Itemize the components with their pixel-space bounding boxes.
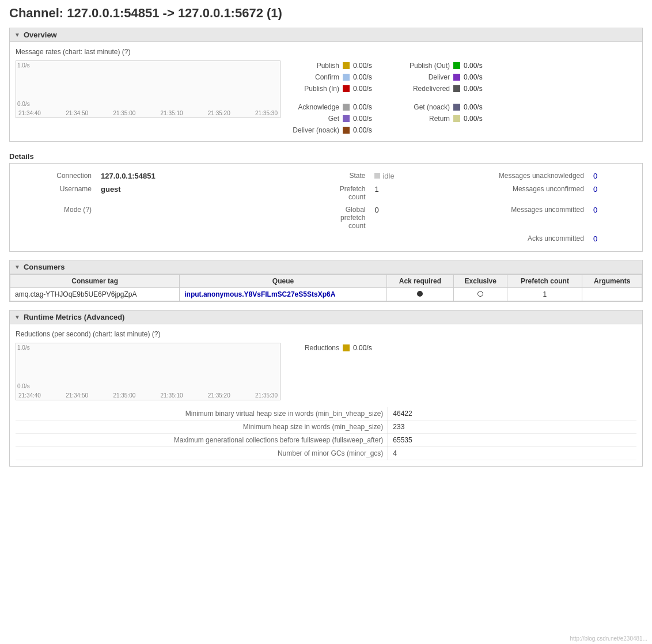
rate-publish-in: Publish (In) 0.00/s xyxy=(287,84,381,94)
rate-deliver-noack-label: Deliver (noack) xyxy=(287,126,339,134)
rate-get: Get 0.00/s xyxy=(287,113,381,124)
rate-deliver-noack-color xyxy=(343,127,350,134)
consumer-exclusive-cell xyxy=(454,288,507,301)
list-item: Number of minor GCs (minor_gcs) 4 xyxy=(16,447,636,460)
rm-label-2: Maximum generational collections before … xyxy=(16,434,388,447)
consumer-ack-required-cell xyxy=(386,288,453,301)
reductions-value: 0.00/s xyxy=(353,344,381,352)
rate-publish-out-label: Publish (Out) xyxy=(398,62,450,70)
rm-value-2: 65535 xyxy=(388,434,636,447)
prefetch-value: 1 xyxy=(370,183,473,203)
rate-deliver-value: 0.00/s xyxy=(464,73,491,81)
rm-value-3: 4 xyxy=(388,447,636,460)
rate-publish-in-value: 0.00/s xyxy=(353,85,381,93)
rate-redelivered-value: 0.00/s xyxy=(464,85,491,93)
reductions-color xyxy=(343,344,350,351)
table-row: amq.ctag-YTHJOqE9b5UE6PV6jpgZpA input.an… xyxy=(10,288,642,301)
r-xtick-1: 21:34:50 xyxy=(66,392,88,399)
r-xtick-2: 21:35:00 xyxy=(113,392,135,399)
details-section: Details Connection 127.0.0.1:54851 State… xyxy=(9,150,643,252)
rate-confirm-value: 0.00/s xyxy=(353,73,381,81)
message-rates-chart: 1.0/s 0.0/s 21:34:40 21:34:50 21:35:00 2… xyxy=(16,60,280,118)
col-queue: Queue xyxy=(180,275,386,288)
reductions-ymin: 0.0/s xyxy=(17,383,30,389)
consumers-section: ▼ Consumers Consumer tag Queue Ack requi… xyxy=(9,260,643,302)
col-exclusive: Exclusive xyxy=(454,275,507,288)
rate-publish-out-color xyxy=(453,62,460,69)
reductions-title: Reductions (per second) (chart: last min… xyxy=(16,330,636,338)
rate-publish-in-label: Publish (In) xyxy=(287,85,339,93)
rate-redelivered: Redelivered 0.00/s xyxy=(398,84,491,94)
consumers-header[interactable]: ▼ Consumers xyxy=(9,260,643,274)
state-value: idle xyxy=(370,169,473,183)
consumer-arguments-cell xyxy=(582,288,642,301)
rate-confirm: Confirm 0.00/s xyxy=(287,72,381,82)
rate-deliver-noack: Deliver (noack) 0.00/s xyxy=(287,125,381,135)
acks-uncommitted-value: 0 xyxy=(589,232,636,245)
rm-label-3: Number of minor GCs (minor_gcs) xyxy=(16,447,388,460)
rate-get-noack-label: Get (noack) xyxy=(398,103,450,111)
global-prefetch-value: 0 xyxy=(370,203,473,232)
ack-required-dot xyxy=(417,291,423,297)
runtime-metrics-header[interactable]: ▼ Runtime Metrics (Advanced) xyxy=(9,310,643,324)
details-row-connection: Connection 127.0.0.1:54851 State idle Me… xyxy=(16,169,636,183)
rate-get-noack-value: 0.00/s xyxy=(464,103,491,111)
rates-layout: 1.0/s 0.0/s 21:34:40 21:34:50 21:35:00 2… xyxy=(16,60,636,135)
rate-confirm-label: Confirm xyxy=(287,73,339,81)
overview-section: ▼ Overview Message rates (chart: last mi… xyxy=(9,28,643,142)
rate-deliver-label: Deliver xyxy=(398,73,450,81)
rate-acknowledge-value: 0.00/s xyxy=(353,103,381,111)
rate-publish-out-value: 0.00/s xyxy=(464,62,491,70)
rate-get-color xyxy=(343,115,350,122)
overview-arrow: ▼ xyxy=(14,32,20,38)
xtick-0: 21:34:40 xyxy=(18,110,41,116)
overview-header[interactable]: ▼ Overview xyxy=(9,28,643,42)
rates-panel: Publish 0.00/s Confirm 0.00/s Publish (I… xyxy=(287,60,636,135)
overview-body: Message rates (chart: last minute) (?) 1… xyxy=(9,42,643,142)
rate-deliver-noack-value: 0.00/s xyxy=(353,126,381,134)
username-value: guest xyxy=(96,183,324,203)
rate-get-value: 0.00/s xyxy=(353,115,381,123)
msg-unconfirmed-label: Messages unconfirmed xyxy=(473,183,589,203)
state-text: idle xyxy=(382,172,394,180)
xtick-2: 21:35:00 xyxy=(113,110,135,116)
consumer-prefetch-cell: 1 xyxy=(507,288,582,301)
acks-uncommitted-label: Acks uncommitted xyxy=(473,232,589,245)
rate-deliver-color xyxy=(453,74,460,81)
msg-uncommitted-value: 0 xyxy=(589,203,636,232)
rate-get-noack-color xyxy=(453,104,460,111)
r-xtick-3: 21:35:10 xyxy=(161,392,183,399)
rate-publish-out: Publish (Out) 0.00/s xyxy=(398,60,491,71)
runtime-metrics-table: Minimum binary virtual heap size in word… xyxy=(16,407,636,460)
r-xtick-4: 21:35:20 xyxy=(208,392,230,399)
details-header: Details xyxy=(9,150,643,164)
rm-value-0: 46422 xyxy=(388,407,636,421)
reductions-label: Reductions xyxy=(287,344,339,352)
details-body: Connection 127.0.0.1:54851 State idle Me… xyxy=(9,164,643,252)
runtime-metrics-body: Reductions (per second) (chart: last min… xyxy=(9,324,643,467)
mode-value xyxy=(96,203,324,232)
consumer-queue-cell[interactable]: input.anonymous.Y8VsFILmSC27eS5StsXp6A xyxy=(180,288,386,301)
list-item: Minimum binary virtual heap size in word… xyxy=(16,407,636,421)
state-indicator xyxy=(374,173,380,179)
rate-return-value: 0.00/s xyxy=(464,115,491,123)
rate-get-label: Get xyxy=(287,115,339,123)
chart-ymax: 1.0/s xyxy=(17,62,30,69)
rate-redelivered-color xyxy=(453,85,460,92)
state-label: State xyxy=(324,169,370,183)
page-title: Channel: 127.0.0.1:54851 -> 127.0.0.1:56… xyxy=(9,6,643,21)
rate-return-label: Return xyxy=(398,115,450,123)
rate-publish-value: 0.00/s xyxy=(353,62,381,70)
rate-publish: Publish 0.00/s xyxy=(287,60,381,71)
rate-return-color xyxy=(453,115,460,122)
rates-block-right: Publish (Out) 0.00/s Deliver 0.00/s Rede… xyxy=(398,60,491,135)
consumers-table-body: amq.ctag-YTHJOqE9b5UE6PV6jpgZpA input.an… xyxy=(10,288,642,301)
reductions-xaxis: 21:34:40 21:34:50 21:35:00 21:35:10 21:3… xyxy=(16,391,280,400)
col-prefetch-count: Prefetch count xyxy=(507,275,582,288)
reductions-chart: 1.0/s 0.0/s 21:34:40 21:34:50 21:35:00 2… xyxy=(16,343,280,400)
rate-deliver: Deliver 0.00/s xyxy=(398,72,491,82)
connection-label: Connection xyxy=(16,169,96,183)
rate-acknowledge: Acknowledge 0.00/s xyxy=(287,102,381,112)
rm-value-1: 233 xyxy=(388,421,636,434)
msg-unack-label: Messages unacknowledged xyxy=(473,169,589,183)
